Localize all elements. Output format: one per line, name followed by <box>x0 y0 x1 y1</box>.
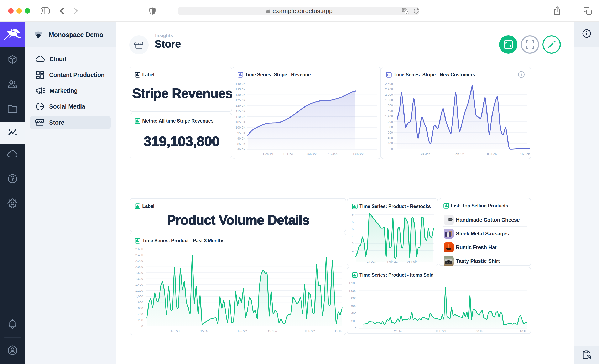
svg-text:0: 0 <box>355 327 356 330</box>
svg-text:400: 400 <box>138 312 143 316</box>
svg-text:Feb '22: Feb '22 <box>454 152 464 156</box>
svg-text:600: 600 <box>388 131 393 134</box>
svg-text:1,400: 1,400 <box>135 283 143 286</box>
svg-text:130.0K: 130.0K <box>235 93 246 97</box>
svg-text:200: 200 <box>351 319 356 323</box>
svg-text:1,800: 1,800 <box>135 271 143 274</box>
svg-text:600: 600 <box>138 306 143 310</box>
svg-text:100.0K: 100.0K <box>235 126 246 129</box>
svg-text:2,600: 2,600 <box>135 247 143 251</box>
svg-text:135.0K: 135.0K <box>235 88 246 91</box>
svg-text:15 Dec: 15 Dec <box>283 152 293 156</box>
svg-text:08 Feb: 08 Feb <box>407 260 417 263</box>
svg-text:1,200: 1,200 <box>385 114 393 118</box>
svg-text:1,600: 1,600 <box>385 104 393 107</box>
svg-text:1,200: 1,200 <box>349 281 356 285</box>
svg-text:95.0K: 95.0K <box>237 131 246 135</box>
svg-text:08 Feb: 08 Feb <box>476 329 485 333</box>
svg-text:85.0K: 85.0K <box>237 142 246 146</box>
svg-text:5: 5 <box>352 220 353 224</box>
svg-text:Feb '22: Feb '22 <box>387 260 398 263</box>
svg-text:Feb '22: Feb '22 <box>436 329 446 333</box>
svg-text:2,400: 2,400 <box>385 82 393 86</box>
svg-text:200: 200 <box>138 318 143 322</box>
svg-text:1,800: 1,800 <box>385 98 393 102</box>
svg-text:24 Jan: 24 Jan <box>394 329 403 333</box>
svg-text:5: 5 <box>352 227 353 231</box>
svg-text:140.0K: 140.0K <box>235 82 246 86</box>
svg-text:125.0K: 125.0K <box>235 98 246 102</box>
svg-text:80.0K: 80.0K <box>237 147 246 151</box>
svg-text:2,200: 2,200 <box>385 87 393 91</box>
svg-text:1,600: 1,600 <box>135 277 143 280</box>
svg-text:Dec '21: Dec '21 <box>170 329 180 333</box>
svg-text:120.0K: 120.0K <box>235 104 246 107</box>
svg-text:1,000: 1,000 <box>349 289 356 293</box>
svg-text:600: 600 <box>351 304 356 307</box>
svg-text:2,000: 2,000 <box>385 93 393 96</box>
svg-text:400: 400 <box>351 311 356 315</box>
svg-text:105.0K: 105.0K <box>235 120 246 124</box>
svg-text:800: 800 <box>351 296 356 300</box>
svg-text:1,400: 1,400 <box>385 109 393 113</box>
svg-text:15 Feb: 15 Feb <box>335 329 344 333</box>
svg-text:Dec '21: Dec '21 <box>263 152 273 156</box>
svg-text:24 Jan: 24 Jan <box>367 260 376 263</box>
svg-text:16 Feb: 16 Feb <box>520 329 529 333</box>
svg-text:Feb '22: Feb '22 <box>353 152 364 156</box>
svg-text:2: 2 <box>352 249 353 252</box>
svg-text:16 Feb: 16 Feb <box>520 152 530 156</box>
svg-text:1,000: 1,000 <box>385 120 393 123</box>
svg-text:110.0K: 110.0K <box>236 115 246 118</box>
svg-text:Jan '22: Jan '22 <box>237 329 247 333</box>
svg-text:2,200: 2,200 <box>135 259 143 263</box>
svg-text:200: 200 <box>388 142 393 145</box>
svg-text:1: 1 <box>352 256 353 259</box>
svg-text:15 Dec: 15 Dec <box>200 329 210 333</box>
svg-text:15 Jan: 15 Jan <box>267 329 277 333</box>
svg-text:3: 3 <box>352 241 353 245</box>
svg-text:15 Jan: 15 Jan <box>328 152 337 156</box>
svg-text:24 Jan: 24 Jan <box>421 152 430 156</box>
svg-text:08 Feb: 08 Feb <box>487 152 497 156</box>
svg-text:Jan '22: Jan '22 <box>307 152 317 156</box>
svg-text:0: 0 <box>391 147 393 150</box>
svg-text:4: 4 <box>352 234 353 238</box>
svg-text:1,000: 1,000 <box>135 294 143 298</box>
svg-text:2,400: 2,400 <box>135 253 143 257</box>
svg-text:2,000: 2,000 <box>135 265 143 268</box>
svg-text:0: 0 <box>141 324 143 328</box>
svg-text:400: 400 <box>388 136 393 140</box>
svg-text:90.0K: 90.0K <box>237 137 246 140</box>
svg-text:1,200: 1,200 <box>135 289 143 292</box>
svg-text:800: 800 <box>388 125 393 129</box>
svg-text:800: 800 <box>138 301 143 304</box>
svg-text:115.0K: 115.0K <box>236 109 246 113</box>
svg-text:Feb '22: Feb '22 <box>305 329 315 333</box>
svg-text:6: 6 <box>352 213 353 216</box>
